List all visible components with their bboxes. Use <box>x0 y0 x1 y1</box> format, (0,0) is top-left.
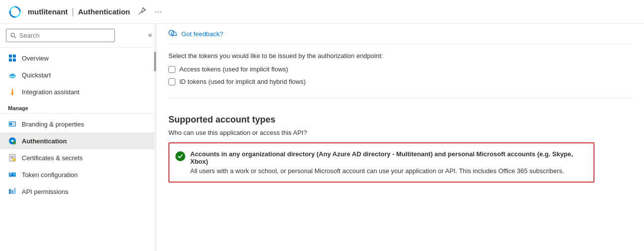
api-icon <box>8 187 17 196</box>
account-card-content: Accounts in any organizational directory… <box>190 150 587 175</box>
svg-rect-4 <box>9 55 12 58</box>
svg-rect-5 <box>13 55 16 58</box>
search-input[interactable] <box>19 32 110 39</box>
main-content: Got feedback? Select the tokens you woul… <box>157 24 644 251</box>
layout: « Overview <box>0 24 644 251</box>
collapse-button[interactable]: « <box>148 31 152 39</box>
branding-label: Branding & properties <box>22 121 84 128</box>
feedback-icon <box>168 30 177 38</box>
account-card-check <box>175 151 185 161</box>
feedback-label: Got feedback? <box>181 30 223 38</box>
auth-icon <box>8 136 17 145</box>
page-title: Authentication <box>78 7 130 16</box>
overview-icon <box>8 54 17 63</box>
sidebar-item-token[interactable]: Token configuration <box>0 166 156 183</box>
token-icon <box>8 170 17 179</box>
svg-line-3 <box>14 36 16 38</box>
id-tokens-checkbox[interactable] <box>168 78 175 85</box>
header-divider: | <box>72 6 74 17</box>
more-button[interactable]: ··· <box>153 5 163 18</box>
svg-rect-21 <box>9 175 11 176</box>
authentication-label: Authentication <box>22 137 67 145</box>
feedback-bar[interactable]: Got feedback? <box>168 24 632 44</box>
svg-marker-1 <box>10 10 12 13</box>
scrollbar-thumb <box>154 52 156 71</box>
svg-point-15 <box>11 140 13 142</box>
svg-rect-24 <box>11 190 13 194</box>
svg-rect-20 <box>9 173 12 174</box>
branding-icon <box>8 120 17 128</box>
svg-rect-22 <box>13 173 15 176</box>
svg-rect-7 <box>13 59 16 62</box>
certificates-label: Certificates & secrets <box>22 154 83 162</box>
sidebar-item-quickstart[interactable]: Quickstart <box>0 66 156 83</box>
account-types-section: Supported account types Who can use this… <box>168 99 632 190</box>
svg-rect-25 <box>14 188 16 194</box>
scrollbar-track <box>154 24 156 251</box>
sidebar-item-authentication[interactable]: Authentication <box>0 132 156 149</box>
account-card-desc: All users with a work or school, or pers… <box>190 167 587 175</box>
sidebar-item-integration[interactable]: Integration assistant <box>0 83 156 100</box>
account-card-title: Accounts in any organizational directory… <box>190 150 587 165</box>
who-description: Who can use this application or access t… <box>168 129 632 136</box>
token-label: Token configuration <box>22 171 78 179</box>
sidebar-nav: Overview Quickstart <box>0 48 156 251</box>
integration-icon <box>8 87 17 96</box>
tokens-description: Select the tokens you would like to be i… <box>168 52 632 60</box>
svg-rect-6 <box>9 59 12 62</box>
certificates-icon <box>8 153 17 162</box>
svg-point-18 <box>13 159 15 161</box>
integration-label: Integration assistant <box>22 88 79 96</box>
tokens-section: Select the tokens you would like to be i… <box>168 44 632 98</box>
manage-section-label: Manage <box>0 100 156 113</box>
svg-point-10 <box>11 94 14 95</box>
header-actions: ··· <box>136 5 163 19</box>
app-name: mutlitenant <box>28 7 68 16</box>
access-tokens-checkbox[interactable] <box>168 66 175 73</box>
sidebar-item-branding[interactable]: Branding & properties <box>0 116 156 132</box>
account-card[interactable]: Accounts in any organizational directory… <box>168 142 594 183</box>
quickstart-label: Quickstart <box>22 71 51 79</box>
access-tokens-row: Access tokens (used for implicit flows) <box>168 65 632 73</box>
sidebar: « Overview <box>0 24 157 251</box>
id-tokens-label: ID tokens (used for implicit and hybrid … <box>179 78 306 85</box>
search-box[interactable] <box>6 29 115 42</box>
overview-label: Overview <box>22 55 49 62</box>
id-tokens-row: ID tokens (used for implicit and hybrid … <box>168 78 632 85</box>
supported-heading: Supported account types <box>168 115 632 125</box>
check-circle-icon <box>175 151 185 161</box>
sidebar-item-overview[interactable]: Overview <box>0 50 156 66</box>
header: mutlitenant | Authentication ··· <box>0 0 644 24</box>
pin-button[interactable] <box>136 5 148 19</box>
svg-rect-13 <box>10 123 12 125</box>
api-label: API permissions <box>22 188 68 195</box>
search-icon <box>10 32 16 39</box>
azure-logo <box>8 5 22 19</box>
access-tokens-label: Access tokens (used for implicit flows) <box>179 65 288 73</box>
quickstart-icon <box>8 70 17 79</box>
svg-rect-23 <box>9 189 11 194</box>
sidebar-item-api[interactable]: API permissions <box>0 183 156 200</box>
sidebar-item-certificates[interactable]: Certificates & secrets <box>0 149 156 166</box>
search-section: « <box>0 24 156 48</box>
